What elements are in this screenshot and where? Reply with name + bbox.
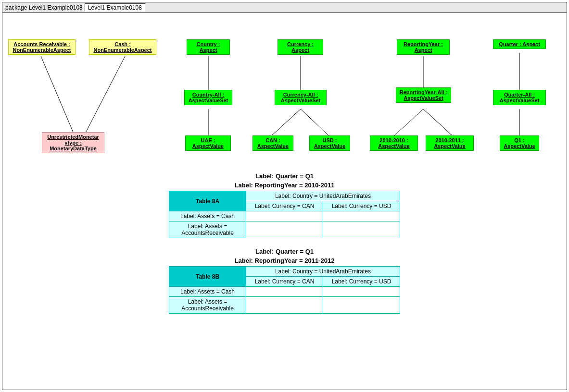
table-8b-assets-ar: Label: Assets = AccountsReceivable [169,297,246,314]
cash-line2: NonEnumerableAspect [92,47,153,53]
unrestricted-node[interactable]: UnrestrictedMonetar ytype : MonetaryData… [42,132,104,153]
table-8a-assets-cash: Label: Assets = Cash [169,211,246,221]
table-8b-cell-2 [323,287,400,297]
cash-line1: Cash : [92,41,153,47]
label-quarter-q1-b: Label: Quarter = Q1 [7,248,562,255]
q1-line2: AspectValue [503,143,536,149]
table-8a: Table 8A Label: Country = UnitedArabEmir… [169,191,400,238]
label-quarter-q1: Label: Quarter = Q1 [7,172,562,180]
unrestricted-line1: UnrestrictedMonetar [45,134,101,140]
table-8a-currency-usd: Label: Currency = USD [323,201,400,211]
label-reporting-year-2011-2012: Label: ReportingYear = 2011-2012 [7,257,562,264]
quarter-all-node[interactable]: Quarter-All : AspectValueSet [493,90,546,105]
currency-aspect-line1: Currency : [281,41,320,47]
period-2010-2011-line1: 2010-2011 : [429,137,470,143]
period-2010-2011-node[interactable]: 2010-2011 : AspectValue [426,135,474,151]
q1-node[interactable]: Q1 : AspectValue [500,135,539,151]
active-tab[interactable]: Level1 Example0108 [85,3,145,12]
unrestricted-line2: ytype : [45,140,101,146]
usd-line1: USD : [313,137,347,143]
svg-line-5 [272,109,301,135]
country-all-line2: AspectValueSet [188,98,229,103]
period-2010-2010-line2: AspectValue [373,143,415,149]
country-all-line1: Country-All : [188,92,229,98]
currency-all-line1: Currency-All : [278,92,323,98]
table-8b-currency-usd: Label: Currency = USD [323,277,400,287]
table-8b: Table 8B Label: Country = UnitedArabEmir… [169,266,400,314]
table-8b-currency-can: Label: Currency = CAN [246,277,323,287]
country-aspect-line1: Country : [190,41,227,47]
table-8b-country-header: Label: Country = UnitedArabEmirates [246,267,400,277]
diagram-area: Accounts Receivable : NonEnumerableAspec… [2,13,567,167]
quarter-aspect-node[interactable]: Quarter : Aspect [493,39,546,49]
country-aspect-line2: Aspect [190,47,227,53]
accounts-receivable-line1: Accounts Receivable : [12,41,72,47]
section-block-2: Label: Quarter = Q1 Label: ReportingYear… [7,248,562,314]
svg-line-0 [41,56,75,135]
reporting-year-all-node[interactable]: ReportingYear-All : AspectValueSet [396,87,451,103]
table-8b-title: Table 8B [169,267,246,287]
usd-node[interactable]: USD : AspectValue [309,135,350,151]
accounts-receivable-line2: NonEnumerableAspect [12,47,72,53]
can-line2: AspectValue [256,143,290,149]
reporting-year-aspect-line2: Aspect [400,47,446,53]
title-bar: package Level1 Example0108 Level1 Exampl… [2,2,567,13]
table-8a-cell-4 [323,221,400,238]
quarter-aspect-line1: Quarter : Aspect [496,41,543,47]
table-8b-assets-cash: Label: Assets = Cash [169,287,246,297]
currency-aspect-node[interactable]: Currency : Aspect [278,39,323,55]
svg-line-9 [423,109,452,135]
section-block-1: Label: Quarter = Q1 Label: ReportingYear… [7,172,562,238]
can-line1: CAN : [256,137,290,143]
table-8a-cell-2 [323,211,400,221]
reporting-year-aspect-node[interactable]: ReportingYear : Aspect [397,39,450,55]
table-8a-currency-can: Label: Currency = CAN [246,201,323,211]
table-8b-cell-1 [246,287,323,297]
currency-all-node[interactable]: Currency-All : AspectValueSet [275,90,327,105]
currency-aspect-line2: Aspect [281,47,320,53]
country-aspect-node[interactable]: Country : Aspect [187,39,230,55]
usd-line2: AspectValue [313,143,347,149]
period-2010-2010-line1: 2010-2010 : [373,137,415,143]
reporting-year-all-line1: ReportingYear-All : [399,89,448,95]
q1-line1: Q1 : [503,137,536,143]
table-8b-cell-4 [323,297,400,314]
table-8a-assets-ar: Label: Assets = AccountsReceivable [169,221,246,238]
quarter-all-line2: AspectValueSet [496,98,543,103]
reporting-year-aspect-line1: ReportingYear : [400,41,446,47]
svg-line-6 [301,109,329,135]
accounts-receivable-node[interactable]: Accounts Receivable : NonEnumerableAspec… [8,39,76,55]
table-8b-cell-3 [246,297,323,314]
main-window: package Level1 Example0108 Level1 Exampl… [2,2,567,390]
quarter-all-line1: Quarter-All : [496,92,543,98]
reporting-year-all-line2: AspectValueSet [399,95,448,101]
label-reporting-year-2010-2011: Label: ReportingYear = 2010-2011 [7,182,562,189]
svg-line-1 [84,56,125,135]
country-all-node[interactable]: Country-All : AspectValueSet [184,90,232,105]
table-8a-cell-1 [246,211,323,221]
uae-line1: UAE : AspectValue [189,137,228,149]
period-2010-2010-node[interactable]: 2010-2010 : AspectValue [370,135,418,151]
window-title: package Level1 Example0108 [5,4,83,11]
period-2010-2011-line2: AspectValue [429,143,470,149]
unrestricted-line3: MonetaryDataType [45,146,101,151]
svg-line-8 [394,109,423,135]
uae-node[interactable]: UAE : AspectValue [185,135,231,151]
cash-node[interactable]: Cash : NonEnumerableAspect [89,39,156,55]
table-8a-title: Table 8A [169,191,246,211]
table-8a-country-header: Label: Country = UnitedArabEmirates [246,191,400,201]
labels-tables-section: Label: Quarter = Q1 Label: ReportingYear… [2,172,567,314]
table-8a-cell-3 [246,221,323,238]
can-node[interactable]: CAN : AspectValue [253,135,293,151]
currency-all-line2: AspectValueSet [278,98,323,103]
